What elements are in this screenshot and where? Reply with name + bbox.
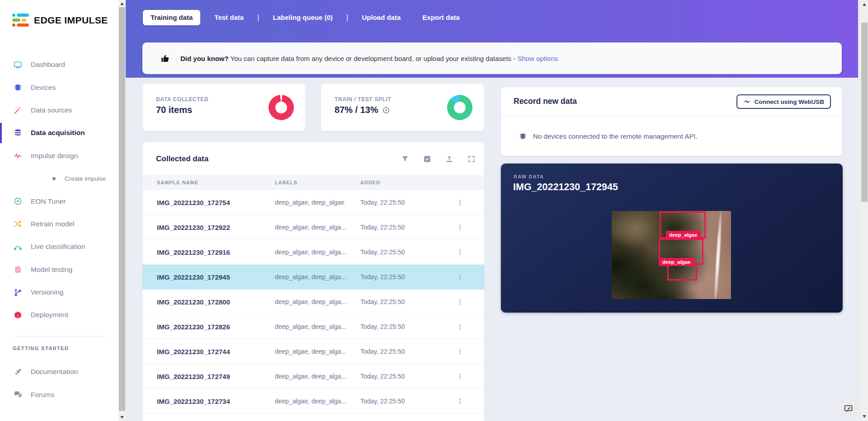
data-collected-card: DATA COLLECTED 70 items [142, 84, 306, 131]
table-row[interactable]: IMG_20221230_172749deep_algae, deep_alga… [142, 364, 484, 389]
sidebar-item-devices[interactable]: Devices [0, 76, 118, 98]
row-menu-button[interactable] [454, 271, 465, 282]
up-arrow-icon [863, 3, 866, 6]
table-row[interactable]: IMG_20221230_172922deep_algae, deep_alga… [142, 215, 484, 240]
collected-data-card: Collected data SAMPLE NAME LABELS ADDED … [142, 142, 484, 421]
sidebar: EDGE IMPULSE DashboardDevicesData source… [0, 0, 118, 421]
sidebar-item-live-classification[interactable]: Live classification [0, 235, 118, 258]
sidebar-item-versioning[interactable]: Versioning [0, 281, 118, 304]
data-tabs: Training dataTest data|Labeling queue (0… [143, 10, 467, 25]
cell-labels: deep_algae, deep_alga... [275, 298, 346, 305]
edge-impulse-logo[interactable]: EDGE IMPULSE [12, 14, 108, 27]
sidebar-item-dashboard[interactable]: Dashboard [0, 53, 118, 76]
sidebar-item-retrain-model[interactable]: Retrain model [0, 213, 118, 235]
row-menu-button[interactable] [454, 296, 465, 307]
cell-labels: deep_algae, deep_alga... [275, 224, 346, 231]
cell-added: Today, 22:25:50 [360, 248, 405, 256]
sidebar-item-label: Forums [31, 391, 55, 399]
tab-labeling-queue-0[interactable]: Labeling queue (0) [265, 10, 341, 25]
table-row[interactable]: IMG_20221230_172800deep_algae, deep_alga… [142, 290, 484, 314]
waveform-icon [14, 151, 22, 160]
scroll-down-button[interactable] [118, 414, 126, 421]
checkbox-icon[interactable] [423, 155, 431, 163]
sidebar-item-label: Impulse design [31, 152, 78, 160]
sidebar-item-label: Devices [31, 84, 56, 92]
row-menu-button[interactable] [454, 346, 465, 357]
scroll-up-button[interactable] [118, 0, 126, 7]
row-menu-button[interactable] [454, 371, 465, 382]
show-options-link[interactable]: Show options [517, 55, 558, 62]
sidebar-section-label: GETTING STARTED [13, 346, 69, 351]
column-sample-name: SAMPLE NAME [157, 180, 198, 185]
table-row[interactable]: IMG_20221230_172744deep_algae, deep_alga… [142, 339, 484, 364]
row-menu-button[interactable] [454, 247, 465, 257]
sidebar-item-label: Data sources [31, 106, 72, 114]
scrollbar-thumb[interactable] [861, 23, 868, 202]
wand-icon [14, 106, 22, 114]
sidebar-item-impulse-design[interactable]: Impulse design [0, 145, 118, 167]
sidebar-item-create-impulse[interactable]: Create impulse [0, 167, 118, 190]
feedback-button[interactable] [839, 399, 858, 417]
sidebar-item-documentation[interactable]: Documentation [0, 360, 118, 383]
sidebar-item-model-testing[interactable]: Model testing [0, 258, 118, 281]
cell-name: IMG_20221230_172749 [157, 373, 230, 380]
sidebar-item-eon-tuner[interactable]: EON Tuner [0, 190, 118, 212]
record-new-data-card: Record new data Connect using WebUSB No … [501, 87, 842, 156]
filter-icon[interactable] [401, 155, 409, 163]
raw-data-sample-title: IMG_20221230_172945 [513, 182, 618, 193]
expand-icon[interactable] [467, 155, 476, 163]
sidebar-item-data-acquisition[interactable]: Data acquisition [0, 122, 118, 144]
kebab-icon [456, 273, 464, 281]
tab-test-data[interactable]: Test data [207, 10, 251, 25]
train-test-split-value: 87% / 13% [335, 105, 378, 115]
scroll-down-button[interactable] [861, 413, 868, 420]
tab-training-data[interactable]: Training data [143, 10, 200, 25]
sidebar-divider [12, 336, 106, 337]
cell-name: IMG_20221230_172916 [157, 248, 230, 256]
branch-icon [14, 288, 22, 297]
kebab-icon [456, 248, 464, 256]
database-icon [14, 129, 22, 137]
scrollbar-thumb[interactable] [119, 7, 125, 411]
cell-labels: deep_algae, deep_alga... [275, 323, 346, 330]
upload-icon[interactable] [445, 155, 453, 163]
cell-labels: deep_algae, deep_alga... [275, 273, 346, 281]
tab-upload-data[interactable]: Upload data [354, 10, 408, 25]
table-row[interactable]: IMG_20221230_172734deep_algae, deep_alga… [142, 389, 484, 414]
cell-added: Today, 22:25:50 [360, 398, 405, 405]
table-row[interactable]: IMG_20221230_172754deep_algae, deep_alga… [142, 190, 484, 215]
table-row[interactable]: IMG_20221230_172945deep_algae, deep_alga… [142, 265, 484, 290]
sidebar-item-forums[interactable]: Forums [0, 383, 118, 406]
clipboard-icon [14, 265, 22, 274]
raw-data-panel: RAW DATA IMG_20221230_172945 deep_algaed… [501, 164, 843, 313]
shuffle-icon [14, 220, 22, 228]
tab-export-data[interactable]: Export data [415, 10, 467, 25]
tab-separator: | [346, 13, 348, 22]
row-menu-button[interactable] [454, 222, 465, 233]
monitor-icon [14, 61, 22, 69]
edge-impulse-app: EDGE IMPULSE DashboardDevicesData source… [0, 0, 868, 421]
row-menu-button[interactable] [454, 321, 465, 332]
scroll-up-button[interactable] [861, 1, 868, 8]
column-added: ADDED [360, 180, 380, 185]
sidebar-item-label: Retrain model [31, 220, 75, 228]
cell-added: Today, 22:25:50 [360, 323, 405, 330]
cell-added: Today, 22:25:50 [360, 298, 405, 305]
feedback-icon [844, 404, 853, 413]
sidebar-item-data-sources[interactable]: Data sources [0, 99, 118, 122]
table-row[interactable]: IMG_20221230_172826deep_algae, deep_alga… [142, 314, 484, 339]
cell-added: Today, 22:25:50 [360, 273, 405, 281]
kebab-icon [456, 348, 464, 356]
help-icon[interactable]: ? [382, 107, 390, 114]
content-scrollbar[interactable] [118, 0, 126, 421]
row-menu-button[interactable] [454, 396, 465, 407]
connect-webusb-button[interactable]: Connect using WebUSB [736, 94, 831, 109]
cell-name: IMG_20221230_172744 [157, 348, 230, 356]
table-row[interactable]: IMG_20221230_172916deep_algae, deep_alga… [142, 240, 484, 265]
row-menu-button[interactable] [454, 197, 465, 208]
cell-name: IMG_20221230_172945 [157, 273, 230, 281]
banner-text: Did you know? You can capture data from … [180, 55, 558, 62]
sidebar-item-deployment[interactable]: Deployment [0, 304, 118, 326]
page-scrollbar[interactable] [861, 0, 868, 421]
cell-labels: deep_algae, deep_algae [275, 199, 344, 206]
